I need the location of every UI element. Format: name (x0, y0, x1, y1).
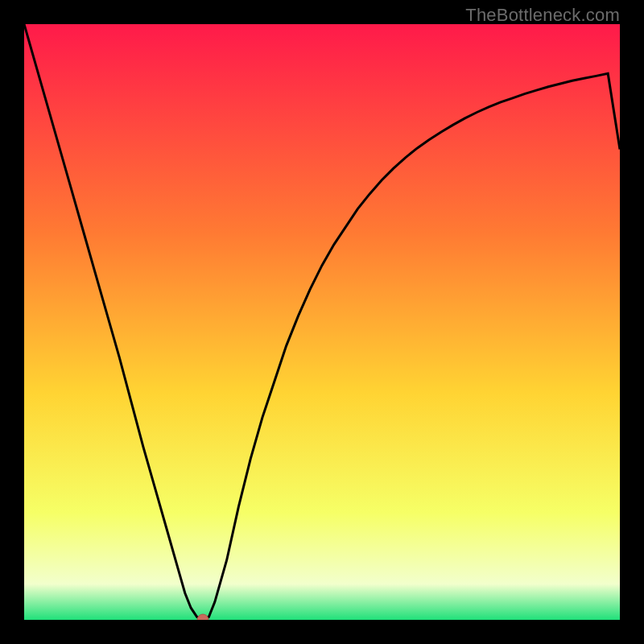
attribution-text: TheBottleneck.com (465, 5, 620, 26)
chart-frame: TheBottleneck.com (0, 0, 644, 644)
gradient-bg (24, 24, 620, 620)
svg-rect-0 (24, 24, 620, 620)
plot-area (24, 24, 620, 620)
